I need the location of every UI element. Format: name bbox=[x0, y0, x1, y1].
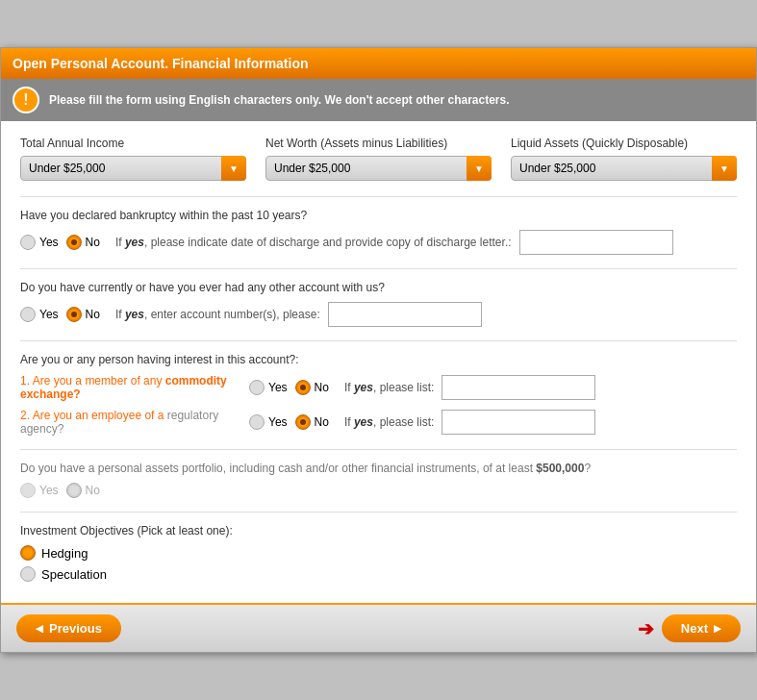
alert-icon: ! bbox=[13, 87, 39, 113]
other-account-if-yes-text: If yes, enter account number(s), please: bbox=[115, 308, 320, 321]
other-account-question-text: Do you have currently or have you ever h… bbox=[20, 281, 737, 294]
previous-button[interactable]: Previous bbox=[16, 614, 121, 642]
bankruptcy-no-label[interactable]: No bbox=[66, 235, 100, 250]
sub2-yes-label[interactable]: Yes bbox=[249, 414, 288, 430]
speculation-label: Speculation bbox=[41, 567, 107, 582]
sub-question-2-row: 2. Are you an employee of a regulatory a… bbox=[20, 409, 737, 436]
hedging-option[interactable]: Hedging bbox=[20, 545, 737, 561]
net-worth-select-wrapper: Under $25,000 $25,000 - $50,000 $50,000 … bbox=[265, 156, 492, 181]
bankruptcy-block: Have you declared bankruptcy within the … bbox=[20, 209, 737, 255]
speculation-radio[interactable] bbox=[20, 566, 36, 582]
other-account-yes-label[interactable]: Yes bbox=[20, 307, 59, 322]
total-annual-income-select[interactable]: Under $25,000 $25,000 - $50,000 $50,000 … bbox=[20, 156, 246, 181]
assets-radio-row: Yes No bbox=[20, 483, 737, 498]
bankruptcy-if-yes-text: If yes, please indicate date of discharg… bbox=[115, 236, 512, 249]
sub1-if-yes-text: If yes, please list: bbox=[344, 381, 434, 394]
divider-5 bbox=[20, 512, 737, 512]
bankruptcy-radio-row: Yes No If yes, please indicate date of d… bbox=[20, 230, 737, 255]
sub-question-1-row: 1. Are you a member of any commodity exc… bbox=[20, 374, 737, 401]
liquid-assets-select-wrapper: Under $25,000 $25,000 - $50,000 $50,000 … bbox=[511, 156, 737, 181]
interest-question-text: Are you or any person having interest in… bbox=[20, 353, 737, 366]
next-button[interactable]: Next bbox=[662, 614, 741, 642]
sub2-no-radio[interactable] bbox=[295, 414, 311, 430]
sub1-no-radio[interactable] bbox=[295, 380, 311, 395]
liquid-assets-select[interactable]: Under $25,000 $25,000 - $50,000 $50,000 … bbox=[511, 156, 737, 181]
other-account-text-input[interactable] bbox=[328, 302, 482, 327]
divider-1 bbox=[20, 196, 737, 197]
title-bar: Open Personal Account. Financial Informa… bbox=[1, 48, 756, 79]
total-annual-income-label: Total Annual Income bbox=[20, 137, 246, 150]
sub2-if-yes-text: If yes, please list: bbox=[344, 415, 434, 429]
alert-message: Please fill the form using English chara… bbox=[49, 93, 510, 107]
sub-question-1-label: 1. Are you a member of any commodity exc… bbox=[20, 374, 241, 401]
liquid-assets-label: Liquid Assets (Quickly Disposable) bbox=[511, 137, 737, 150]
net-worth-select[interactable]: Under $25,000 $25,000 - $50,000 $50,000 … bbox=[265, 156, 492, 181]
sub1-yes-label[interactable]: Yes bbox=[249, 380, 288, 395]
other-account-yes-radio[interactable] bbox=[20, 307, 36, 322]
sub2-text-input[interactable] bbox=[442, 410, 595, 435]
hedging-label: Hedging bbox=[41, 546, 88, 561]
sub1-text-input[interactable] bbox=[442, 375, 595, 400]
net-worth-label: Net Worth (Assets minus Liabilities) bbox=[265, 137, 492, 150]
financial-fields-row: Total Annual Income Under $25,000 $25,00… bbox=[20, 137, 737, 181]
other-account-no-radio[interactable] bbox=[66, 307, 82, 322]
sub-questions: 1. Are you a member of any commodity exc… bbox=[20, 374, 737, 436]
divider-2 bbox=[20, 268, 737, 269]
alert-bar: ! Please fill the form using English cha… bbox=[1, 79, 756, 121]
sub1-no-label[interactable]: No bbox=[295, 380, 329, 395]
sub1-yes-radio[interactable] bbox=[249, 380, 265, 395]
footer: Previous ➔ Next bbox=[1, 603, 756, 652]
assets-yes-radio[interactable] bbox=[20, 483, 36, 498]
hedging-radio[interactable] bbox=[20, 545, 36, 561]
net-worth-field: Net Worth (Assets minus Liabilities) Und… bbox=[265, 137, 492, 181]
bankruptcy-yes-radio[interactable] bbox=[20, 235, 36, 250]
assets-yes-label[interactable]: Yes bbox=[20, 483, 59, 498]
investment-objectives-label: Investment Objectives (Pick at least one… bbox=[20, 524, 737, 538]
assets-block: Do you have a personal assets portfolio,… bbox=[20, 462, 737, 498]
other-account-block: Do you have currently or have you ever h… bbox=[20, 281, 737, 327]
main-window: Open Personal Account. Financial Informa… bbox=[0, 47, 757, 653]
assets-no-radio[interactable] bbox=[66, 483, 82, 498]
assets-no-label[interactable]: No bbox=[66, 483, 100, 498]
arrow-right-icon: ➔ bbox=[638, 617, 654, 640]
interest-block: Are you or any person having interest in… bbox=[20, 353, 737, 436]
bankruptcy-yes-label[interactable]: Yes bbox=[20, 235, 59, 250]
sub2-no-label[interactable]: No bbox=[295, 414, 329, 430]
divider-4 bbox=[20, 449, 737, 450]
other-account-radio-row: Yes No If yes, enter account number(s), … bbox=[20, 302, 737, 327]
liquid-assets-field: Liquid Assets (Quickly Disposable) Under… bbox=[511, 137, 737, 181]
sub-question-2-label: 2. Are you an employee of a regulatory a… bbox=[20, 409, 241, 436]
divider-3 bbox=[20, 340, 737, 341]
next-wrapper: ➔ Next bbox=[638, 614, 741, 642]
bankruptcy-no-radio[interactable] bbox=[66, 235, 82, 250]
sub2-yes-radio[interactable] bbox=[249, 414, 265, 430]
bankruptcy-question-text: Have you declared bankruptcy within the … bbox=[20, 209, 737, 222]
total-annual-income-field: Total Annual Income Under $25,000 $25,00… bbox=[20, 137, 246, 181]
form-content: Total Annual Income Under $25,000 $25,00… bbox=[1, 121, 756, 603]
total-annual-income-select-wrapper: Under $25,000 $25,000 - $50,000 $50,000 … bbox=[20, 156, 246, 181]
bankruptcy-text-input[interactable] bbox=[519, 230, 673, 255]
investment-section: Investment Objectives (Pick at least one… bbox=[20, 524, 737, 582]
page-title: Open Personal Account. Financial Informa… bbox=[13, 56, 309, 71]
assets-question-text: Do you have a personal assets portfolio,… bbox=[20, 462, 737, 475]
speculation-option[interactable]: Speculation bbox=[20, 566, 737, 582]
other-account-no-label[interactable]: No bbox=[66, 307, 100, 322]
